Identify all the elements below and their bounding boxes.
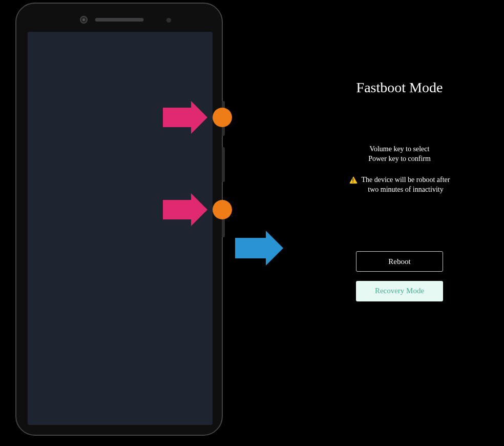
press-arrow-icon <box>163 193 207 226</box>
warning-line: The device will be roboot after <box>362 176 450 184</box>
press-arrow-icon <box>163 101 207 134</box>
fastboot-title: Fastboot Mode <box>307 79 492 96</box>
warning-triangle-icon <box>349 176 358 184</box>
fastboot-screen: Fastboot Mode Volume key to select Power… <box>307 79 492 311</box>
fastboot-warning: The device will be roboot after two minu… <box>307 175 492 195</box>
recovery-mode-button[interactable]: Recovery Mode <box>356 281 443 301</box>
warning-line: two minutes of innactivity <box>368 186 443 193</box>
instruction-line: Power key to confirm <box>368 155 431 163</box>
volume-down-button[interactable] <box>222 147 225 182</box>
fastboot-instructions: Volume key to select Power key to confir… <box>307 145 492 164</box>
reboot-button[interactable]: Reboot <box>356 251 443 272</box>
press-marker-icon <box>213 200 232 219</box>
front-camera-icon <box>80 16 88 24</box>
earpiece-speaker-icon <box>95 18 143 22</box>
result-arrow-icon <box>235 231 283 266</box>
instruction-line: Volume key to select <box>370 145 430 153</box>
proximity-sensor-icon <box>166 18 171 23</box>
press-marker-icon <box>213 108 232 127</box>
phone-screen <box>28 32 213 425</box>
